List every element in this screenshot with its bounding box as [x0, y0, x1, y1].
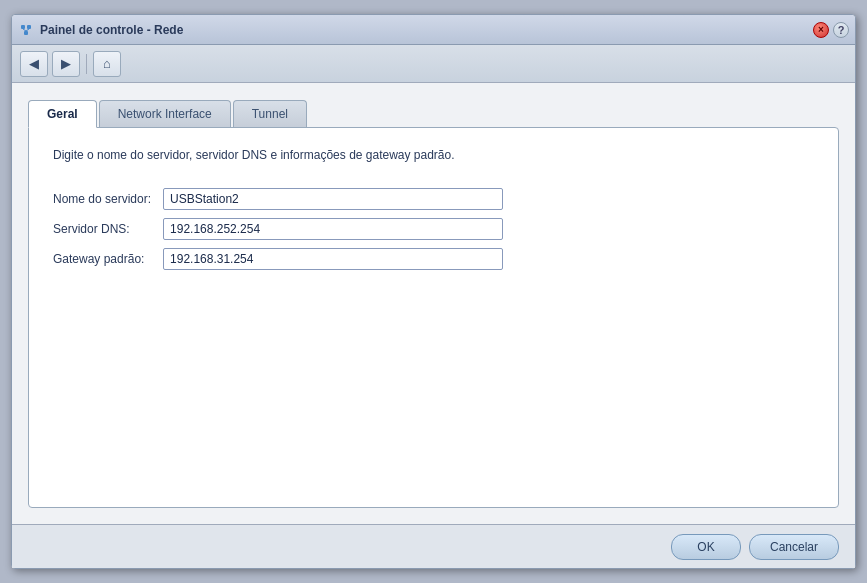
field-server-name: [163, 188, 503, 210]
tabs-bar: Geral Network Interface Tunnel: [28, 99, 839, 127]
tab-tunnel[interactable]: Tunnel: [233, 100, 307, 128]
titlebar-controls: × ?: [813, 22, 849, 38]
home-button[interactable]: ⌂: [93, 51, 121, 77]
tab-geral[interactable]: Geral: [28, 100, 97, 128]
tab-network-interface[interactable]: Network Interface: [99, 100, 231, 128]
content-area: Geral Network Interface Tunnel Digite o …: [12, 83, 855, 524]
cancel-button[interactable]: Cancelar: [749, 534, 839, 560]
form-row-server-name: Nome do servidor:: [53, 188, 503, 210]
window-icon: [18, 22, 34, 38]
input-server-name[interactable]: [163, 188, 503, 210]
window-title: Painel de controle - Rede: [40, 23, 807, 37]
field-default-gateway: [163, 248, 503, 270]
tab-panel-geral: Digite o nome do servidor, servidor DNS …: [28, 127, 839, 508]
svg-line-4: [26, 29, 29, 31]
titlebar: Painel de controle - Rede × ?: [12, 15, 855, 45]
form-row-dns-server: Servidor DNS:: [53, 218, 503, 240]
bottom-bar: OK Cancelar: [12, 524, 855, 568]
field-dns-server: [163, 218, 503, 240]
forward-button[interactable]: ▶: [52, 51, 80, 77]
svg-line-3: [23, 29, 26, 31]
input-dns-server[interactable]: [163, 218, 503, 240]
close-button[interactable]: ×: [813, 22, 829, 38]
toolbar-separator: [86, 54, 87, 74]
ok-button[interactable]: OK: [671, 534, 741, 560]
svg-rect-2: [24, 31, 28, 35]
label-default-gateway: Gateway padrão:: [53, 248, 163, 270]
label-dns-server: Servidor DNS:: [53, 218, 163, 240]
toolbar: ◀ ▶ ⌂: [12, 45, 855, 83]
svg-rect-1: [27, 25, 31, 29]
main-window: Painel de controle - Rede × ? ◀ ▶ ⌂ Gera…: [11, 14, 856, 569]
panel-description: Digite o nome do servidor, servidor DNS …: [53, 148, 814, 162]
input-default-gateway[interactable]: [163, 248, 503, 270]
svg-rect-0: [21, 25, 25, 29]
help-button[interactable]: ?: [833, 22, 849, 38]
label-server-name: Nome do servidor:: [53, 188, 163, 210]
form-table: Nome do servidor: Servidor DNS: Gateway …: [53, 180, 503, 278]
form-row-default-gateway: Gateway padrão:: [53, 248, 503, 270]
back-button[interactable]: ◀: [20, 51, 48, 77]
